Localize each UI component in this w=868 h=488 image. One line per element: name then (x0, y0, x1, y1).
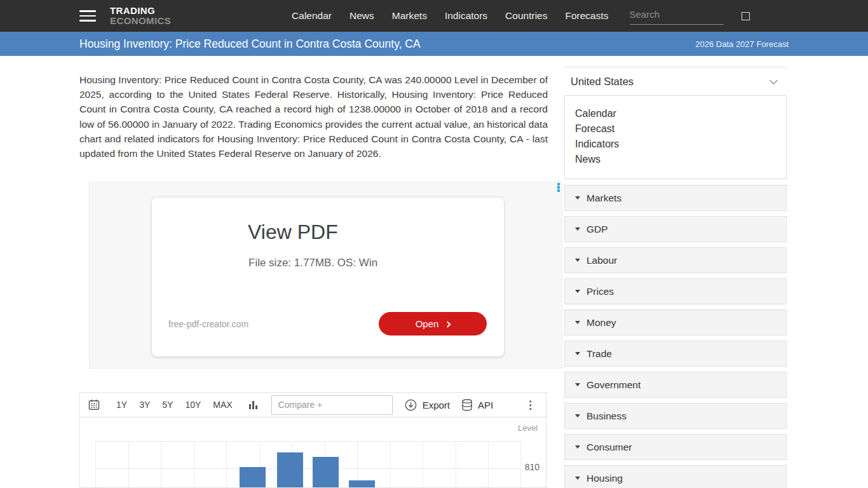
category-accordion: Markets GDP Labour Prices Money Trade Go… (564, 185, 787, 488)
accordion-label: Money (587, 317, 616, 329)
accordion-label: Trade (587, 348, 612, 360)
accordion-markets[interactable]: Markets (564, 185, 787, 211)
sidebar-link-forecast[interactable]: Forecast (575, 121, 776, 137)
sidebar-link-news[interactable]: News (575, 152, 776, 167)
gridline-vertical (423, 441, 423, 488)
api-label: API (478, 400, 493, 410)
chevron-down-icon (770, 76, 778, 85)
triangle-down-icon (575, 196, 580, 200)
nav-item-news[interactable]: News (349, 10, 374, 22)
ad-open-button[interactable]: Open (379, 312, 487, 336)
accordion-trade[interactable]: Trade (564, 341, 787, 367)
gridline-horizontal (95, 468, 521, 469)
main-nav: Calendar News Markets Indicators Countri… (292, 10, 608, 22)
compare-input[interactable] (271, 395, 393, 415)
chart-widget: 1Y 3Y 5Y 10Y MAX Export (79, 392, 546, 488)
search-container (630, 8, 724, 25)
chevron-right-icon (445, 321, 451, 327)
accordion-label: Labour (587, 255, 617, 266)
ad-options-icon[interactable] (557, 183, 560, 192)
gridline-vertical (390, 441, 391, 488)
nav-item-countries[interactable]: Countries (505, 10, 547, 22)
triangle-down-icon (575, 383, 580, 386)
nav-item-indicators[interactable]: Indicators (445, 10, 487, 22)
accordion-gdp[interactable]: GDP (564, 216, 787, 242)
sidebar-link-calendar[interactable]: Calendar (575, 106, 776, 121)
hamburger-menu-icon[interactable] (79, 10, 96, 22)
accordion-government[interactable]: Government (564, 372, 787, 398)
chart-type-icon[interactable] (249, 401, 257, 409)
data-forecast-label: 2026 Data 2027 Forecast (695, 39, 789, 49)
content-region: Housing Inventory: Price Reduced Count i… (0, 56, 868, 488)
gridline-vertical (226, 441, 227, 488)
chart-bar (313, 457, 339, 488)
accordion-housing[interactable]: Housing (564, 465, 787, 488)
country-selector-value: United States (571, 76, 634, 88)
ad-open-label: Open (416, 318, 439, 329)
chart-bar (277, 452, 303, 488)
accordion-label: Government (587, 379, 641, 391)
accordion-label: Housing (587, 473, 623, 484)
ad-subtext: File size: 1.77MB. OS: Win (248, 257, 377, 269)
gridline-vertical (194, 441, 194, 488)
triangle-down-icon (575, 259, 580, 262)
search-input[interactable] (630, 8, 724, 25)
accordion-labour[interactable]: Labour (564, 247, 787, 273)
accordion-money[interactable]: Money (564, 309, 787, 336)
range-buttons: 1Y 3Y 5Y 10Y MAX (116, 400, 233, 410)
chart-area: Level 810 (80, 417, 546, 487)
accordion-label: Prices (587, 286, 614, 297)
triangle-down-icon (575, 227, 580, 231)
indicator-description: Housing Inventory: Price Reduced Count i… (79, 72, 548, 161)
ad-container: View PDF File size: 1.77MB. OS: Win free… (89, 182, 562, 369)
download-icon (404, 398, 417, 412)
country-selector[interactable]: United States (564, 67, 787, 95)
gridline-vertical (456, 441, 456, 488)
triangle-down-icon (575, 352, 580, 355)
gridline-vertical (95, 441, 96, 488)
gridline-vertical (161, 441, 161, 488)
accordion-business[interactable]: Business (564, 403, 787, 429)
accordion-prices[interactable]: Prices (564, 278, 787, 304)
range-3y[interactable]: 3Y (139, 400, 150, 410)
accordion-label: GDP (587, 224, 608, 235)
export-label: Export (423, 400, 450, 410)
accordion-label: Consumer (587, 442, 632, 453)
page-title: Housing Inventory: Price Reduced Count i… (79, 37, 421, 51)
chart-menu-icon[interactable]: ⋮ (525, 398, 536, 412)
triangle-down-icon (575, 414, 580, 417)
range-5y[interactable]: 5Y (162, 400, 173, 410)
ad-domain: free-pdf-creator.com (168, 319, 248, 329)
range-10y[interactable]: 10Y (185, 400, 201, 410)
calendar-icon[interactable] (88, 398, 100, 411)
y-axis-tick-810: 810 (525, 462, 539, 472)
nav-item-forecasts[interactable]: Forecasts (565, 10, 608, 22)
triangle-down-icon (575, 290, 580, 293)
chart-bar (240, 467, 266, 488)
page-title-bar: Housing Inventory: Price Reduced Count i… (0, 32, 868, 56)
trading-economics-logo[interactable]: TRADING ECONOMICS (110, 6, 171, 26)
api-button[interactable]: API (461, 398, 493, 412)
chart-bar (349, 480, 375, 488)
nav-item-markets[interactable]: Markets (392, 10, 427, 22)
country-links-box: Calendar Forecast Indicators News (564, 95, 787, 179)
flag-placeholder-icon[interactable] (742, 12, 750, 20)
database-icon (461, 398, 473, 412)
triangle-down-icon (575, 477, 580, 480)
chart-plot (95, 441, 521, 488)
logo-line2: ECONOMICS (110, 16, 171, 26)
accordion-label: Business (587, 410, 627, 422)
gridline-vertical (520, 441, 521, 488)
nav-item-calendar[interactable]: Calendar (292, 10, 332, 22)
export-button[interactable]: Export (404, 398, 450, 412)
range-1y[interactable]: 1Y (116, 400, 127, 410)
sidebar-link-indicators[interactable]: Indicators (575, 137, 776, 152)
gridline-vertical (488, 441, 489, 488)
range-max[interactable]: MAX (213, 400, 232, 410)
accordion-consumer[interactable]: Consumer (564, 434, 787, 460)
ad-card: View PDF File size: 1.77MB. OS: Win free… (152, 198, 504, 356)
ad-headline: View PDF (248, 220, 338, 244)
triangle-down-icon (575, 321, 580, 324)
logo-line1: TRADING (110, 6, 171, 16)
gridline-horizontal (95, 441, 521, 442)
